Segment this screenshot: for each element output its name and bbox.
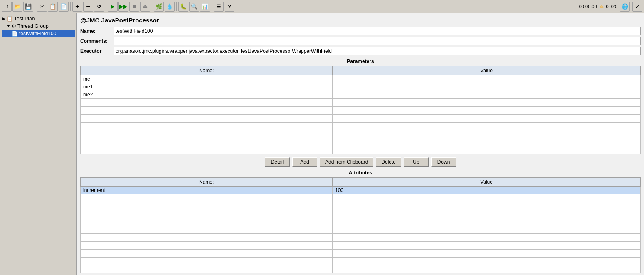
detail-button[interactable]: Detail: [265, 157, 290, 167]
parameters-table: Name: Value me me1 me2: [80, 66, 641, 154]
name-input[interactable]: [114, 27, 641, 35]
sep6: [212, 2, 212, 11]
up-button[interactable]: Up: [404, 157, 429, 167]
progress-display: 0/0: [611, 4, 617, 9]
list-button[interactable]: ☰: [214, 2, 224, 12]
test-plan-icon: 📋: [7, 16, 13, 22]
table-row[interactable]: me2: [81, 91, 641, 99]
toolbar-right: 00:00:00 ⚠ 0 0/0 🌐 ⤢: [579, 2, 642, 12]
function-button[interactable]: 📊: [200, 2, 210, 12]
run-no-pause-button[interactable]: ▶▶: [118, 2, 128, 12]
timer-display: 00:00:00: [579, 4, 597, 9]
table-row: [81, 242, 641, 250]
table-row[interactable]: increment 100: [81, 187, 641, 194]
paste-button[interactable]: 📄: [59, 2, 69, 12]
expand-icon-thread: ▼: [7, 24, 10, 28]
delete-button[interactable]: Delete: [376, 157, 401, 167]
params-value-header: Value: [333, 66, 641, 75]
table-row: [81, 130, 641, 138]
tree-item-test-plan[interactable]: ▶ 📋 Test Plan: [2, 15, 75, 22]
table-row: [81, 115, 641, 123]
parameters-section-title: Parameters: [80, 59, 641, 64]
param-value-0: [333, 75, 641, 83]
attributes-section-title: Attributes: [80, 170, 641, 176]
param-name-1: me1: [81, 83, 333, 91]
table-row: [81, 250, 641, 258]
table-row: [81, 265, 641, 273]
expand-icon: ▶: [2, 17, 5, 21]
bug-button[interactable]: 🐛: [178, 2, 188, 12]
sep2: [70, 2, 71, 11]
comments-input[interactable]: [114, 37, 641, 45]
warning-count: 0: [606, 4, 609, 9]
add-from-clipboard-button[interactable]: Add from Clipboard: [320, 157, 373, 167]
attrs-name-header: Name:: [81, 178, 333, 187]
executor-input[interactable]: [114, 47, 641, 55]
tree-panel: ▶ 📋 Test Plan ▼ ⚙ Thread Group 📄 testWit…: [0, 13, 77, 275]
test-plan-label: Test Plan: [14, 16, 35, 22]
add-button[interactable]: Add: [292, 157, 317, 167]
action-buttons: Detail Add Add from Clipboard Delete Up …: [80, 157, 641, 167]
table-row: [81, 123, 641, 130]
monitor-button[interactable]: 🌿: [154, 2, 164, 12]
table-row: [81, 218, 641, 226]
content-panel: @JMC JavaPostProcessor Name: Comments: E…: [77, 13, 644, 275]
cut-button[interactable]: ✂: [37, 2, 47, 12]
attr-name-0: increment: [81, 187, 333, 194]
shutdown-button[interactable]: ⏏: [140, 2, 150, 12]
param-name-0: me: [81, 75, 333, 83]
param-value-1: [333, 83, 641, 91]
table-row: [81, 146, 641, 154]
table-row[interactable]: me: [81, 75, 641, 83]
add-toolbar-button[interactable]: +: [72, 2, 82, 12]
sep5: [176, 2, 177, 11]
reset-toolbar-button[interactable]: ↺: [94, 2, 104, 12]
thread-group-icon: ⚙: [12, 23, 16, 29]
open-button[interactable]: 📂: [12, 2, 22, 12]
copy-button[interactable]: 📋: [48, 2, 58, 12]
table-row: [81, 234, 641, 242]
table-row: [81, 258, 641, 265]
name-row: Name:: [80, 27, 641, 35]
param-name-2: me2: [81, 91, 333, 99]
help-button[interactable]: ?: [225, 2, 234, 12]
stop-button[interactable]: ⏹: [129, 2, 139, 12]
executor-label: Executor: [80, 48, 114, 54]
warning-icon: ⚠: [600, 4, 604, 9]
table-row[interactable]: me1: [81, 83, 641, 91]
params-name-header: Name:: [81, 66, 333, 75]
sep4: [152, 2, 152, 11]
expand-button[interactable]: ⤢: [632, 2, 642, 12]
table-row: [81, 210, 641, 218]
test-node-icon: 📄: [12, 31, 18, 37]
sep1: [35, 2, 35, 11]
tree-item-test-with-field[interactable]: 📄 testWithField100: [2, 30, 75, 37]
name-label: Name:: [80, 28, 114, 34]
main-layout: ▶ 📋 Test Plan ▼ ⚙ Thread Group 📄 testWit…: [0, 13, 644, 275]
table-row: [81, 202, 641, 210]
save-button[interactable]: 💾: [23, 2, 33, 12]
down-button[interactable]: Down: [431, 157, 456, 167]
search-toolbar-button[interactable]: 🔍: [189, 2, 199, 12]
toolbar: 🗋 📂 💾 ✂ 📋 📄 + − ↺ ▶ ▶▶ ⏹ ⏏ 🌿 💧 🐛 🔍 📊 ☰ ?…: [0, 0, 644, 13]
attr-value-0: 100: [333, 187, 641, 194]
table-row: [81, 138, 641, 146]
thread-group-label: Thread Group: [17, 23, 49, 29]
remove-toolbar-button[interactable]: −: [83, 2, 93, 12]
remote-button[interactable]: 🌐: [620, 2, 630, 12]
comments-label: Comments:: [80, 38, 114, 44]
run-button[interactable]: ▶: [108, 2, 118, 12]
new-button[interactable]: 🗋: [2, 2, 12, 12]
table-row: [81, 107, 641, 115]
executor-row: Executor: [80, 47, 641, 55]
table-row: [81, 99, 641, 107]
attrs-value-header: Value: [333, 178, 641, 187]
comments-row: Comments:: [80, 37, 641, 45]
sep3: [106, 2, 106, 11]
clear-button[interactable]: 💧: [165, 2, 175, 12]
attributes-table: Name: Value increment 100: [80, 177, 641, 273]
tree-item-thread-group[interactable]: ▼ ⚙ Thread Group: [2, 22, 75, 30]
table-row: [81, 194, 641, 202]
page-title: @JMC JavaPostProcessor: [80, 17, 641, 24]
param-value-2: [333, 91, 641, 99]
